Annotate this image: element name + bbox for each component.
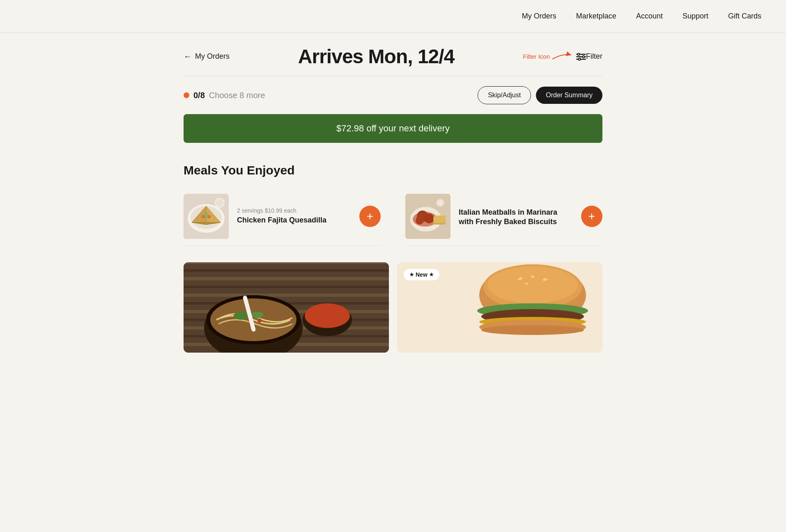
meal-info: Italian Meatballs in Marinara with Fresh… bbox=[459, 206, 573, 227]
skip-adjust-button[interactable]: Skip/Adjust bbox=[478, 86, 531, 104]
filter-area: Filter Icon bbox=[523, 51, 602, 62]
meal-name-1: Italian Meatballs in Marinara with Fresh… bbox=[459, 208, 573, 227]
new-label: New bbox=[416, 271, 427, 278]
nav-links: My Orders Marketplace Account Support Gi… bbox=[522, 12, 761, 21]
meal-image-meatballs bbox=[405, 194, 450, 239]
annotation-arrow-icon bbox=[552, 51, 576, 62]
meal-left: 2 servings $10.99 each Chicken Fajita Qu… bbox=[184, 194, 351, 239]
add-meal-button-0[interactable]: + bbox=[359, 206, 381, 227]
svg-point-46 bbox=[305, 303, 350, 328]
svg-point-41 bbox=[251, 312, 264, 318]
nav-marketplace[interactable]: Marketplace bbox=[576, 12, 616, 21]
svg-point-54 bbox=[525, 283, 528, 284]
page-title: Arrives Mon, 12/4 bbox=[298, 45, 455, 68]
svg-point-50 bbox=[487, 266, 578, 303]
meal-row: 2 servings $10.99 each Chicken Fajita Qu… bbox=[184, 187, 381, 246]
svg-rect-2 bbox=[576, 59, 586, 60]
back-label: My Orders bbox=[195, 52, 230, 61]
order-count: 0/8 Choose 8 more bbox=[184, 91, 265, 100]
svg-point-11 bbox=[207, 215, 211, 218]
back-arrow-icon: ← bbox=[184, 52, 192, 61]
count-fraction: 0/8 bbox=[193, 91, 205, 100]
meal-row: Italian Meatballs in Marinara with Fresh… bbox=[405, 187, 602, 246]
svg-point-40 bbox=[234, 312, 248, 320]
status-dot bbox=[184, 92, 189, 98]
star-left-icon: ★ bbox=[409, 272, 414, 277]
filter-icon bbox=[576, 53, 586, 61]
back-link[interactable]: ← My Orders bbox=[184, 52, 230, 61]
svg-point-5 bbox=[579, 58, 581, 60]
meal-servings-0: 2 servings $10.99 each bbox=[237, 207, 326, 214]
main-header: My Orders Marketplace Account Support Gi… bbox=[0, 0, 786, 33]
svg-point-3 bbox=[578, 53, 580, 55]
large-card-burger[interactable]: ★ New ★ bbox=[397, 262, 602, 353]
svg-point-59 bbox=[481, 325, 584, 335]
new-badge: ★ New ★ bbox=[404, 269, 439, 280]
svg-point-4 bbox=[583, 55, 585, 57]
meal-image-fajita bbox=[184, 194, 229, 239]
meals-grid: 2 servings $10.99 each Chicken Fajita Qu… bbox=[184, 187, 602, 246]
order-summary-button[interactable]: Order Summary bbox=[536, 87, 602, 104]
svg-point-43 bbox=[257, 319, 262, 323]
add-meal-button-1[interactable]: + bbox=[581, 206, 602, 227]
order-actions: Skip/Adjust Order Summary bbox=[478, 86, 602, 104]
meal-info: 2 servings $10.99 each Chicken Fajita Qu… bbox=[237, 207, 326, 225]
nav-gift-cards[interactable]: Gift Cards bbox=[728, 12, 761, 21]
meal-left: Italian Meatballs in Marinara with Fresh… bbox=[405, 194, 573, 239]
svg-rect-21 bbox=[434, 216, 446, 223]
nav-support[interactable]: Support bbox=[683, 12, 708, 21]
svg-point-23 bbox=[437, 200, 443, 206]
large-card-noodles[interactable] bbox=[184, 262, 389, 353]
meals-section-title: Meals You Enjoyed bbox=[184, 163, 602, 177]
page-content: ← My Orders Arrives Mon, 12/4 Filter Ico… bbox=[159, 33, 627, 353]
meal-name-0: Chicken Fajita Quesadilla bbox=[237, 216, 326, 225]
svg-point-13 bbox=[216, 199, 223, 206]
svg-point-10 bbox=[202, 215, 205, 218]
order-status-row: 0/8 Choose 8 more Skip/Adjust Order Summ… bbox=[184, 76, 602, 114]
star-right-icon: ★ bbox=[429, 272, 434, 277]
nav-my-orders[interactable]: My Orders bbox=[522, 12, 556, 21]
promo-text: $72.98 off your next delivery bbox=[336, 123, 450, 133]
promo-banner[interactable]: $72.98 off your next delivery bbox=[184, 114, 602, 143]
filter-annotation: Filter Icon bbox=[523, 53, 550, 60]
cards-grid: ★ New ★ bbox=[184, 262, 602, 353]
nav-account[interactable]: Account bbox=[636, 12, 663, 21]
sub-header: ← My Orders Arrives Mon, 12/4 Filter Ico… bbox=[184, 33, 602, 76]
filter-label[interactable]: Filter bbox=[586, 52, 602, 61]
count-label: Choose 8 more bbox=[209, 91, 265, 100]
